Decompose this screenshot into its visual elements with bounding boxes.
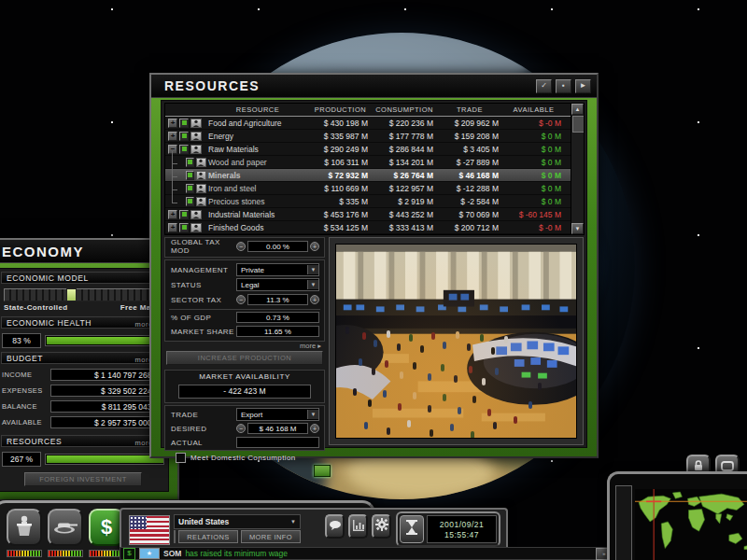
col-trade: TRADE <box>437 104 502 116</box>
scroll-up-icon[interactable]: ▲ <box>571 104 584 115</box>
increase-production-button[interactable]: INCREASE PRODUCTION <box>166 351 323 365</box>
status-dropdown[interactable]: Legal ▼ <box>236 278 319 291</box>
consumption-value: $ 333 413 M <box>372 223 437 232</box>
resource-enabled-checkbox[interactable] <box>186 197 194 206</box>
stats-button[interactable] <box>348 514 368 539</box>
consumption-value: $ 220 236 M <box>372 119 437 128</box>
scroll-down-icon[interactable]: ▼ <box>571 223 584 234</box>
expander-icon[interactable]: + <box>168 210 177 219</box>
scroll-thumb[interactable] <box>572 116 585 133</box>
resource-name: Iron and steel <box>206 184 309 193</box>
time-controls-button[interactable] <box>400 515 424 543</box>
table-scrollbar[interactable]: ▲ ▼ <box>571 104 584 234</box>
trade-value: $ -27 889 M <box>437 158 502 167</box>
table-row[interactable]: + Energy $ 335 987 M $ 177 778 M $ 159 2… <box>165 130 584 143</box>
more-info-button[interactable]: MORE INFO <box>241 530 301 543</box>
table-row[interactable]: Wood and paper $ 106 311 M $ 134 201 M $… <box>165 156 584 169</box>
sector-photo-frame <box>329 237 584 445</box>
usa-flag-icon <box>129 515 170 545</box>
resource-enabled-checkbox[interactable] <box>186 171 194 180</box>
expander-icon[interactable]: + <box>168 132 177 141</box>
resource-person-icon <box>190 145 202 154</box>
pin-icon[interactable]: ✓ <box>536 79 552 93</box>
economy-window-title: ECONOMY <box>0 244 84 259</box>
resource-enabled-checkbox[interactable] <box>179 132 189 141</box>
trade-value: $ -12 288 M <box>437 184 502 193</box>
resource-name: Food and Agriculture <box>206 119 309 128</box>
table-row[interactable]: + Industrial Materials $ 453 176 M $ 443… <box>165 208 584 221</box>
table-row[interactable]: + Food and Agriculture $ 430 198 M $ 220… <box>165 117 584 130</box>
game-screen: ECONOMY ECONOMIC MODEL State-Controlled … <box>0 0 747 560</box>
table-row[interactable]: Minerals $ 72 932 M $ 26 764 M $ 46 168 … <box>165 169 584 182</box>
economic-model-slider[interactable] <box>4 288 162 301</box>
resources-value: 267 % <box>2 452 41 467</box>
resource-name: Industrial Materials <box>206 210 309 219</box>
tax-increase-icon[interactable]: + <box>310 242 319 251</box>
resources-window-title: RESOURCES <box>151 78 260 93</box>
budget-row: BALANCE $ 811 295 043 502 <box>2 399 172 413</box>
settings-button[interactable] <box>372 514 391 539</box>
resource-person-icon <box>190 119 202 128</box>
resource-enabled-checkbox[interactable] <box>186 184 194 193</box>
sector-tax-decrease-icon[interactable]: − <box>236 295 246 304</box>
gdp-label: % OF GDP <box>171 314 236 322</box>
resource-person-icon <box>190 210 202 219</box>
resource-enabled-checkbox[interactable] <box>179 210 189 219</box>
table-row[interactable]: − Raw Materials $ 290 249 M $ 286 844 M … <box>165 143 584 156</box>
trade-dropdown[interactable]: Export ▼ <box>236 408 319 421</box>
slider-thumb[interactable] <box>66 288 77 301</box>
desired-increase-icon[interactable]: + <box>310 424 319 433</box>
production-value: $ 106 311 M <box>309 158 372 167</box>
minimap-panel <box>607 471 747 560</box>
table-row[interactable]: Precious stones $ 335 M $ 2 919 M $ -2 5… <box>165 195 584 208</box>
resource-enabled-checkbox[interactable] <box>179 223 189 232</box>
expander-icon[interactable]: + <box>168 119 177 128</box>
close-icon[interactable]: ► <box>575 79 591 93</box>
world-minimap[interactable] <box>635 489 747 560</box>
relations-button[interactable]: RELATIONS <box>178 530 238 543</box>
tax-decrease-icon[interactable]: − <box>236 242 246 251</box>
management-dropdown[interactable]: Private ▼ <box>236 263 319 276</box>
resource-person-icon <box>196 158 206 167</box>
meet-domestic-checkbox[interactable] <box>176 453 186 463</box>
expander-icon[interactable]: + <box>168 223 177 232</box>
resources-titlebar[interactable]: RESOURCES ✓ ▪ ► <box>151 75 597 98</box>
available-value: $ -60 145 M <box>502 210 565 219</box>
resource-person-icon <box>196 171 206 180</box>
economic-health-value: 83 % <box>2 333 41 348</box>
military-button[interactable] <box>48 509 83 546</box>
resource-rows: + Food and Agriculture $ 430 198 M $ 220… <box>165 117 584 235</box>
politics-button[interactable] <box>7 509 42 546</box>
col-production: PRODUCTION <box>309 104 372 116</box>
news-ticker[interactable]: $ ★ SOM has raised its minimum wage » <box>120 547 616 560</box>
market-availability-label: MARKET AVAILABILITY <box>165 372 324 381</box>
sector-more-link[interactable]: more ▸ <box>300 342 321 350</box>
desired-value: $ 46 168 M <box>247 423 308 434</box>
resource-enabled-checkbox[interactable] <box>179 119 189 128</box>
game-time: 15:55:47 <box>428 530 496 539</box>
consumption-value: $ 177 778 M <box>372 132 437 141</box>
market-availability-box: MARKET AVAILABILITY - 422 423 M <box>164 370 325 403</box>
sector-control-panel: GLOBAL TAX MOD − 0.00 % + MANAGEMENT Pri… <box>164 237 325 445</box>
chat-button[interactable] <box>325 514 345 539</box>
foreign-investment-button[interactable]: FOREIGN INVESTMENT <box>24 472 142 486</box>
country-dropdown[interactable]: United States ▼ <box>174 514 301 529</box>
budget-row-label: EXPENSES <box>2 386 50 395</box>
minimize-icon[interactable]: ▪ <box>556 79 571 93</box>
map-unit-marker[interactable] <box>314 465 331 477</box>
trade-value: $ 70 069 M <box>437 210 502 219</box>
chevron-down-icon: ▼ <box>307 280 318 289</box>
table-row[interactable]: + Finished Goods $ 534 125 M $ 333 413 M… <box>165 221 584 234</box>
sector-tax-increase-icon[interactable]: + <box>310 295 319 304</box>
resource-enabled-checkbox[interactable] <box>179 145 189 154</box>
economic-health-bar <box>45 335 164 346</box>
desired-decrease-icon[interactable]: − <box>236 424 246 433</box>
table-row[interactable]: + Services $ 7 156 162 M $ 1 848 894 M $… <box>165 234 584 235</box>
sector-tax-label: SECTOR TAX <box>171 296 236 304</box>
budget-row-label: INCOME <box>2 371 50 379</box>
minimap-zoom-slider[interactable] <box>615 485 632 560</box>
table-row[interactable]: Iron and steel $ 110 669 M $ 122 957 M $… <box>165 182 584 195</box>
resource-enabled-checkbox[interactable] <box>186 158 194 167</box>
resource-name: Energy <box>206 132 309 141</box>
available-value: $ 0 M <box>502 145 565 154</box>
